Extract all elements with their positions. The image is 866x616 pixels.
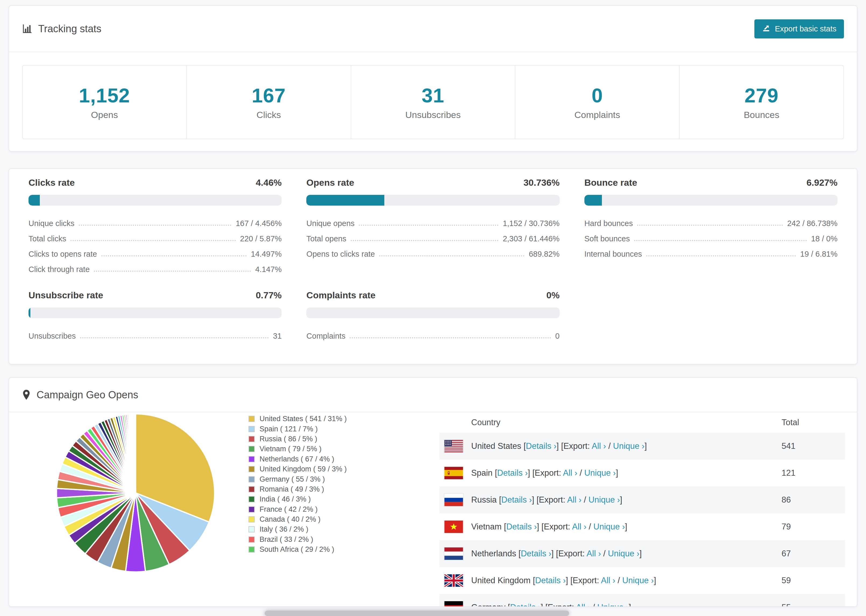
export-unique-link[interactable]: Unique › [608, 549, 639, 558]
legend-swatch [249, 496, 255, 502]
dotted-leader [79, 225, 231, 226]
rate-title: Clicks rate [28, 178, 75, 188]
export-icon [762, 24, 770, 34]
country-flag-icon [444, 547, 463, 560]
country-name: Russia [471, 495, 497, 504]
geo-table-row: Vietnam [Details ›] [Export: All › / Uni… [439, 513, 845, 540]
rate-stat-line: Soft bounces 18 / 0% [584, 228, 838, 243]
rate-stat-value: 31 [273, 332, 282, 341]
legend-item: Netherlands ( 67 / 4% ) [249, 454, 347, 464]
rate-stat-value: 19 / 6.81% [800, 250, 838, 259]
export-unique-link[interactable]: Unique › [593, 522, 625, 531]
dotted-leader [637, 225, 783, 226]
export-unique-link[interactable]: Unique › [584, 468, 616, 478]
geo-table-rows: United States [Details ›] [Export: All ›… [439, 433, 845, 607]
rate-stat-value: 4.147% [255, 265, 282, 274]
horizontal-scrollbar-thumb[interactable] [265, 611, 569, 616]
export-unique-link[interactable]: Unique › [597, 603, 629, 607]
geo-table-row: Netherlands [Details ›] [Export: All › /… [439, 540, 845, 567]
rate-stat-line: Unique opens 1,152 / 30.736% [306, 212, 559, 228]
legend-label: France ( 42 / 2% ) [260, 505, 318, 514]
export-all-link[interactable]: All › [601, 576, 615, 585]
legend-swatch [249, 466, 255, 472]
dotted-leader [80, 337, 269, 338]
rate-section: Complaints rate 0% Complaints 0 [306, 290, 559, 341]
legend-item: Vietnam ( 79 / 5% ) [249, 444, 347, 454]
geo-table-row: Germany [Details ›] [Export: All › / Uni… [439, 594, 845, 607]
details-link[interactable]: Details › [497, 468, 528, 478]
rate-stat-label: Click through rate [28, 265, 90, 274]
details-link[interactable]: Details › [506, 522, 537, 531]
geo-title-text: Campaign Geo Opens [36, 389, 138, 401]
rate-progress-bar [306, 308, 559, 318]
summary-stat-label: Unsubscribes [405, 110, 461, 120]
details-link[interactable]: Details › [535, 576, 566, 585]
export-basic-stats-label: Export basic stats [775, 24, 836, 33]
details-link[interactable]: Details › [501, 495, 532, 504]
rate-progress-bar [28, 195, 282, 206]
country-flag-icon [444, 574, 463, 587]
export-all-link[interactable]: All › [592, 441, 606, 451]
export-all-link[interactable]: All › [563, 468, 577, 478]
legend-swatch [249, 506, 255, 512]
geo-header: Campaign Geo Opens [9, 378, 857, 412]
dotted-leader [94, 271, 251, 272]
export-all-link[interactable]: All › [576, 603, 590, 607]
export-all-link[interactable]: All › [587, 549, 601, 558]
export-unique-link[interactable]: Unique › [589, 495, 620, 504]
country-flag-icon [444, 601, 463, 607]
details-link[interactable]: Details › [510, 603, 541, 607]
rate-stat-value: 2,303 / 61.446% [503, 234, 559, 243]
legend-swatch [249, 536, 255, 543]
summary-stat-box: 0 Complaints [515, 66, 680, 139]
country-name: United Kingdom [471, 576, 531, 585]
legend-label: United States ( 541 / 31% ) [260, 415, 347, 423]
rate-stat-label: Complaints [306, 332, 345, 341]
rate-stat-line: Unique clicks 167 / 4.456% [28, 212, 282, 228]
summary-stat-value: 1,152 [79, 84, 130, 107]
legend-item: India ( 46 / 3% ) [249, 494, 347, 504]
tracking-stats-title-text: Tracking stats [38, 23, 101, 35]
dotted-leader [101, 255, 247, 256]
rate-stat-label: Unique opens [306, 219, 354, 228]
rate-progress-fill [306, 195, 384, 206]
country-name: Germany [471, 603, 505, 607]
rate-stat-line: Internal bounces 19 / 6.81% [584, 243, 838, 259]
legend-swatch [249, 456, 255, 462]
export-unique-link[interactable]: Unique › [622, 576, 654, 585]
export-all-link[interactable]: All › [572, 522, 586, 531]
legend-swatch [249, 416, 255, 422]
summary-stat-box: 31 Unsubscribes [351, 66, 516, 139]
legend-item: Spain ( 121 / 7% ) [249, 424, 347, 434]
dotted-leader [634, 240, 807, 241]
geo-table-header-country: Country [439, 418, 781, 427]
rate-stat-line: Unsubscribes 31 [28, 325, 282, 341]
country-total: 67 [781, 549, 845, 558]
geo-table-header-total: Total [781, 418, 845, 427]
export-all-link[interactable]: All › [567, 495, 581, 504]
rate-stat-label: Clicks to opens rate [28, 250, 97, 259]
country-flag-icon [444, 494, 463, 506]
export-basic-stats-button[interactable]: Export basic stats [754, 19, 844, 38]
rate-stat-label: Opens to clicks rate [306, 250, 375, 259]
legend-label: Italy ( 36 / 2% ) [260, 525, 309, 533]
summary-stat-box: 279 Bounces [680, 66, 843, 139]
legend-label: Brazil ( 33 / 2% ) [260, 535, 313, 544]
rate-stat-line: Total opens 2,303 / 61.446% [306, 228, 559, 243]
export-unique-link[interactable]: Unique › [613, 441, 644, 451]
dotted-leader [350, 337, 551, 338]
details-link[interactable]: Details › [526, 441, 556, 451]
rate-stat-label: Total opens [306, 234, 346, 243]
legend-label: Russia ( 86 / 5% ) [260, 435, 317, 443]
rate-stat-line: Total clicks 220 / 5.87% [28, 228, 282, 243]
rate-section: Clicks rate 4.46% Unique clicks 167 / 4.… [28, 178, 282, 274]
rate-stat-value: 220 / 5.87% [240, 234, 282, 243]
rate-title: Complaints rate [306, 290, 375, 300]
details-link[interactable]: Details › [521, 549, 551, 558]
legend-swatch [249, 486, 255, 492]
rate-stat-line: Opens to clicks rate 689.82% [306, 243, 559, 259]
rate-progress-fill [584, 195, 602, 206]
summary-stat-value: 279 [745, 84, 778, 107]
rate-progress-bar [28, 308, 282, 318]
geo-table-row: Spain [Details ›] [Export: All › / Uniqu… [439, 460, 845, 486]
